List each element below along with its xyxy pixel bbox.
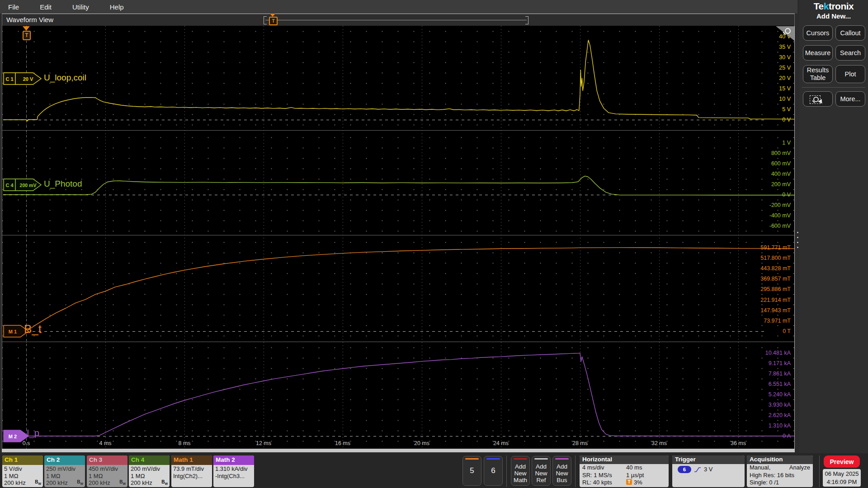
waveform-traces: [2, 26, 795, 449]
svg-text:C 4: C 4: [5, 183, 14, 188]
bandwidth-limit-icon: BW: [77, 479, 83, 487]
ch1-badge-header: Ch 1: [2, 455, 43, 465]
acq-single: Single: 0 /1: [747, 479, 813, 487]
bandwidth-limit-icon: BW: [161, 479, 168, 487]
math2-source: -Intg(Ch3...: [215, 473, 252, 480]
math2-scale: 1.310 kA/div: [215, 465, 252, 473]
search-button[interactable]: Search: [835, 45, 865, 61]
bottom-bar-divider: [819, 455, 820, 487]
ch2-badge[interactable]: Ch 2 250 mV/div 1 MΩ 200 kHzBW: [44, 455, 85, 487]
bottom-bar-divider: [575, 455, 576, 487]
slot5-button[interactable]: 5: [462, 456, 481, 486]
ch2-scale: 250 mV/div: [46, 465, 83, 473]
overview-right-bracket[interactable]: [525, 16, 528, 24]
ch3-badge-header: Ch 3: [87, 455, 127, 465]
overview-trigger-arrow-icon: [270, 14, 275, 17]
waveform-trace-B_t: [3, 248, 795, 331]
math-badge-m2[interactable]: ​ M 2: [3, 430, 30, 442]
waveform-view-titlebar[interactable]: Waveform View T: [2, 14, 795, 26]
measure-button[interactable]: Measure: [803, 45, 833, 61]
menu-edit[interactable]: Edit: [40, 3, 52, 11]
ch3-bandwidth: 200 kHz: [89, 479, 110, 487]
more-button[interactable]: More...: [835, 91, 865, 107]
horizontal-overview-bar[interactable]: T: [264, 16, 528, 24]
ch2-badge-header: Ch 2: [44, 455, 85, 465]
slot6-button[interactable]: 6: [484, 456, 503, 486]
waveform-view-title: Waveform View: [6, 16, 53, 23]
sample-rate: SR: 1 MS/s: [582, 472, 626, 479]
date: 06 May 2025: [823, 470, 861, 478]
bottom-bar: Ch 1 5 V/div 1 MΩ 200 kHzBW Ch 2 250 mV/…: [0, 453, 868, 488]
ch3-scale: 450 mV/div: [89, 465, 126, 473]
cursors-button[interactable]: Cursors: [803, 25, 833, 41]
trace-label-u-loop-coil[interactable]: U_loop,coil: [44, 73, 86, 83]
overview-trigger-icon[interactable]: T: [269, 17, 278, 25]
add-new-math-button[interactable]: Add New Math: [511, 456, 530, 486]
bandwidth-limit-icon: BW: [35, 479, 41, 487]
menu-utility[interactable]: Utility: [72, 3, 89, 11]
ch4-bandwidth: 200 kHz: [131, 479, 152, 487]
menu-file[interactable]: File: [8, 3, 19, 11]
callout-button[interactable]: Callout: [835, 25, 865, 41]
math1-badge[interactable]: Math 1 73.9 mT/div Intg(Ch2)...: [171, 455, 212, 487]
trace-label-u-photod[interactable]: U_Photod: [44, 179, 82, 189]
sidebar-divider: [802, 87, 865, 88]
math1-badge-header: Math 1: [171, 455, 212, 465]
ch4-scale: 200 mV/div: [131, 465, 168, 473]
ch1-badge[interactable]: Ch 1 5 V/div 1 MΩ 200 kHzBW: [2, 455, 43, 487]
add-new-ref-button[interactable]: Add New Ref: [532, 456, 551, 486]
bandwidth-limit-icon: BW: [119, 479, 126, 487]
ch3-badge[interactable]: Ch 3 450 mV/div 1 MΩ 200 kHzBW: [87, 455, 127, 487]
ch4-badge[interactable]: Ch 4 200 mV/div 1 MΩ 200 kHzBW: [129, 455, 170, 487]
graticule[interactable]: 40 V35 V30 V25 V20 V15 V10 V5 V0 V1 V800…: [2, 26, 795, 449]
acq-analyze: Analyze: [789, 464, 810, 472]
panel-splitter-handle[interactable]: [796, 228, 799, 251]
overview-left-bracket[interactable]: [264, 16, 267, 24]
acq-mode: Manual,: [750, 464, 770, 472]
math1-source: Intg(Ch2)...: [173, 473, 210, 480]
acquisition-panel[interactable]: Acquisition Manual,Analyze High Res: 16 …: [747, 455, 813, 487]
menu-bar: File Edit Utility Help: [0, 0, 797, 14]
trigger-position-icon: T: [626, 479, 632, 485]
ch2-bandwidth: 200 kHz: [46, 479, 68, 487]
sample-resolution: 1 µs/pt: [626, 472, 644, 479]
horizontal-scale: 4 ms/div: [582, 464, 626, 472]
ch1-bandwidth: 200 kHz: [4, 479, 26, 487]
svg-text:200 mV: 200 mV: [20, 183, 37, 188]
acq-resolution: High Res: 16 bits: [747, 472, 813, 479]
acquisition-panel-title: Acquisition: [747, 455, 813, 464]
datetime-display[interactable]: 06 May 2025 4:16:09 PM: [823, 469, 861, 487]
math2-badge[interactable]: Math 2 1.310 kA/div -Intg(Ch3...: [213, 455, 254, 487]
horizontal-window: 40 ms: [626, 464, 642, 472]
bottom-bar-divider: [506, 455, 507, 487]
trigger-source-badge: 6: [678, 466, 691, 473]
menu-help[interactable]: Help: [110, 3, 124, 11]
add-new-bus-button[interactable]: Add New Bus: [552, 456, 571, 486]
svg-text:20 V: 20 V: [23, 76, 33, 82]
trigger-marker-arrow-icon[interactable]: [23, 26, 30, 31]
time: 4:16:09 PM: [823, 478, 861, 486]
svg-text:M 2: M 2: [9, 434, 17, 439]
trigger-level: 3 V: [704, 466, 713, 474]
add-new-heading: Add New...: [799, 12, 868, 20]
math2-badge-header: Math 2: [213, 455, 254, 465]
horizontal-panel[interactable]: Horizontal 4 ms/div40 ms SR: 1 MS/s1 µs/…: [580, 455, 669, 487]
zoom-magnifier-icon: [785, 28, 791, 34]
trace-label-i-p[interactable]: I_p: [27, 428, 39, 438]
trigger-panel[interactable]: Trigger 6 3 V: [672, 455, 745, 487]
trace-label-b-t[interactable]: B_t: [24, 322, 42, 336]
channel-badge-ch1[interactable]: C 1 20 V: [3, 72, 43, 85]
preview-button[interactable]: Preview: [824, 455, 860, 468]
tektronix-logo: Tektronix: [799, 1, 868, 12]
math1-scale: 73.9 mT/div: [173, 465, 210, 473]
results-table-button[interactable]: Results Table: [803, 65, 833, 83]
plot-button[interactable]: Plot: [835, 65, 865, 83]
trigger-marker-icon[interactable]: T: [23, 31, 31, 40]
waveform-trace-U_Photod: [3, 176, 795, 195]
waveform-trace-I_p: [3, 353, 795, 436]
ch1-scale: 5 V/div: [4, 465, 41, 473]
overview-line: [265, 20, 527, 20]
box-zoom-button[interactable]: [803, 91, 833, 107]
channel-badge-ch4[interactable]: C 4 200 mV: [3, 178, 43, 191]
right-sidebar: Tektronix Add New... Cursors Callout Mea…: [799, 0, 868, 453]
